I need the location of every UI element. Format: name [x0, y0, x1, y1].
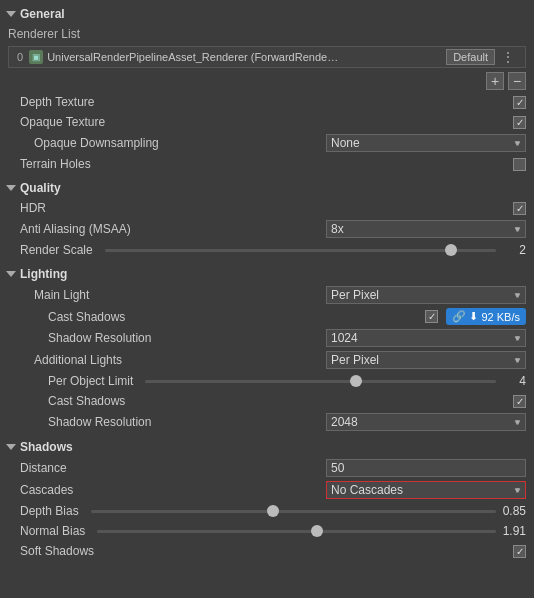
- terrain-holes-checkbox[interactable]: [513, 158, 526, 171]
- additional-shadow-resolution-dropdown[interactable]: 2048 ▼: [326, 413, 526, 431]
- lighting-section-content: Main Light Per Pixel ▼ Cast Shadows 🔗 ⬇ …: [0, 284, 534, 437]
- general-triangle-icon: [6, 11, 16, 17]
- renderer-list-label: Renderer List: [0, 24, 534, 44]
- per-object-value: 4: [502, 374, 526, 388]
- per-object-thumb[interactable]: [350, 375, 362, 387]
- per-object-limit-label: Per Object Limit: [48, 374, 133, 388]
- main-shadow-resolution-dropdown[interactable]: 1024 ▼: [326, 329, 526, 347]
- anti-aliasing-dropdown-wrapper: 8x ▼: [326, 220, 526, 238]
- renderer-row: 0 ▣ UniversalRenderPipelineAsset_Rendere…: [8, 46, 526, 68]
- renderer-add-button[interactable]: +: [486, 72, 504, 90]
- hdr-checkbox[interactable]: [513, 202, 526, 215]
- hdr-row: HDR: [0, 198, 534, 218]
- additional-shadow-resolution-value: 2048: [331, 415, 358, 429]
- main-cast-shadows-row: Cast Shadows 🔗 ⬇ 92 KB/s: [0, 306, 534, 327]
- render-scale-label: Render Scale: [20, 243, 93, 257]
- shadows-section-header[interactable]: Shadows: [0, 437, 534, 457]
- opaque-downsampling-arrow-icon: ▼: [513, 139, 521, 148]
- render-scale-row: Render Scale 2: [0, 240, 534, 260]
- cascades-arrow-icon: ▼: [513, 486, 521, 495]
- terrain-holes-label: Terrain Holes: [20, 157, 91, 171]
- per-object-track: [145, 380, 496, 383]
- main-shadow-resolution-row: Shadow Resolution 1024 ▼: [0, 327, 534, 349]
- cascades-label: Cascades: [20, 483, 73, 497]
- download-badge: 🔗 ⬇ 92 KB/s: [446, 308, 526, 325]
- cascades-dropdown[interactable]: No Cascades ▼: [326, 481, 526, 499]
- opaque-downsampling-dropdown[interactable]: None ▼: [326, 134, 526, 152]
- normal-bias-track: [97, 530, 496, 533]
- additional-shadow-resolution-arrow-icon: ▼: [513, 418, 521, 427]
- general-section-header[interactable]: General: [0, 4, 534, 24]
- anti-aliasing-label: Anti Aliasing (MSAA): [20, 222, 131, 236]
- renderer-dots-button[interactable]: ⋮: [499, 49, 517, 65]
- renderer-default-button[interactable]: Default: [446, 49, 495, 65]
- render-scale-thumb[interactable]: [445, 244, 457, 256]
- general-title: General: [20, 7, 65, 21]
- inspector-panel: General Renderer List 0 ▣ UniversalRende…: [0, 0, 534, 569]
- additional-shadow-resolution-label: Shadow Resolution: [48, 415, 151, 429]
- depth-texture-label: Depth Texture: [20, 95, 95, 109]
- distance-row: Distance: [0, 457, 534, 479]
- soft-shadows-checkbox[interactable]: [513, 545, 526, 558]
- opaque-downsampling-row: Opaque Downsampling None ▼: [0, 132, 534, 154]
- depth-bias-value: 0.85: [502, 504, 526, 518]
- additional-lights-dropdown[interactable]: Per Pixel ▼: [326, 351, 526, 369]
- normal-bias-label: Normal Bias: [20, 524, 85, 538]
- distance-label: Distance: [20, 461, 67, 475]
- main-light-dropdown-wrapper: Per Pixel ▼: [326, 286, 526, 304]
- terrain-holes-row: Terrain Holes: [0, 154, 534, 174]
- normal-bias-row: Normal Bias 1.91: [0, 521, 534, 541]
- cascades-value: No Cascades: [331, 483, 403, 497]
- depth-bias-label: Depth Bias: [20, 504, 79, 518]
- main-light-label: Main Light: [34, 288, 89, 302]
- additional-cast-shadows-checkbox[interactable]: [513, 395, 526, 408]
- renderer-index: 0: [17, 51, 23, 63]
- opaque-texture-row: Opaque Texture: [0, 112, 534, 132]
- shadows-section-content: Distance Cascades No Cascades ▼ Depth Bi…: [0, 457, 534, 565]
- normal-bias-thumb[interactable]: [311, 525, 323, 537]
- depth-bias-row: Depth Bias 0.85: [0, 501, 534, 521]
- quality-section-header[interactable]: Quality: [0, 178, 534, 198]
- main-light-arrow-icon: ▼: [513, 291, 521, 300]
- download-chain-icon: 🔗: [452, 310, 466, 323]
- depth-bias-track: [91, 510, 496, 513]
- renderer-icon: ▣: [29, 50, 43, 64]
- quality-triangle-icon: [6, 185, 16, 191]
- render-scale-value: 2: [502, 243, 526, 257]
- cascades-row: Cascades No Cascades ▼: [0, 479, 534, 501]
- additional-lights-arrow-icon: ▼: [513, 356, 521, 365]
- main-light-dropdown[interactable]: Per Pixel ▼: [326, 286, 526, 304]
- renderer-remove-button[interactable]: −: [508, 72, 526, 90]
- distance-input[interactable]: [326, 459, 526, 477]
- opaque-downsampling-label: Opaque Downsampling: [34, 136, 159, 150]
- lighting-title: Lighting: [20, 267, 67, 281]
- depth-texture-checkbox[interactable]: [513, 96, 526, 109]
- additional-lights-label: Additional Lights: [34, 353, 122, 367]
- download-text: 92 KB/s: [481, 311, 520, 323]
- opaque-downsampling-dropdown-wrapper: None ▼: [326, 134, 526, 152]
- additional-shadow-resolution-dropdown-wrapper: 2048 ▼: [326, 413, 526, 431]
- lighting-triangle-icon: [6, 271, 16, 277]
- soft-shadows-label: Soft Shadows: [20, 544, 94, 558]
- additional-lights-row: Additional Lights Per Pixel ▼: [0, 349, 534, 371]
- normal-bias-value: 1.91: [502, 524, 526, 538]
- depth-texture-row: Depth Texture: [0, 92, 534, 112]
- anti-aliasing-dropdown[interactable]: 8x ▼: [326, 220, 526, 238]
- download-arrow-icon: ⬇: [469, 310, 478, 323]
- depth-bias-thumb[interactable]: [267, 505, 279, 517]
- main-light-row: Main Light Per Pixel ▼: [0, 284, 534, 306]
- main-cast-shadows-checkbox[interactable]: [425, 310, 438, 323]
- anti-aliasing-value: 8x: [331, 222, 344, 236]
- additional-lights-dropdown-wrapper: Per Pixel ▼: [326, 351, 526, 369]
- render-scale-track: [105, 249, 496, 252]
- lighting-section-header[interactable]: Lighting: [0, 264, 534, 284]
- additional-shadow-resolution-row: Shadow Resolution 2048 ▼: [0, 411, 534, 433]
- general-section-content: Renderer List 0 ▣ UniversalRenderPipelin…: [0, 24, 534, 178]
- opaque-texture-checkbox[interactable]: [513, 116, 526, 129]
- opaque-downsampling-value: None: [331, 136, 360, 150]
- main-cast-shadows-label: Cast Shadows: [48, 310, 125, 324]
- main-shadow-resolution-arrow-icon: ▼: [513, 334, 521, 343]
- soft-shadows-row: Soft Shadows: [0, 541, 534, 561]
- shadows-triangle-icon: [6, 444, 16, 450]
- quality-title: Quality: [20, 181, 61, 195]
